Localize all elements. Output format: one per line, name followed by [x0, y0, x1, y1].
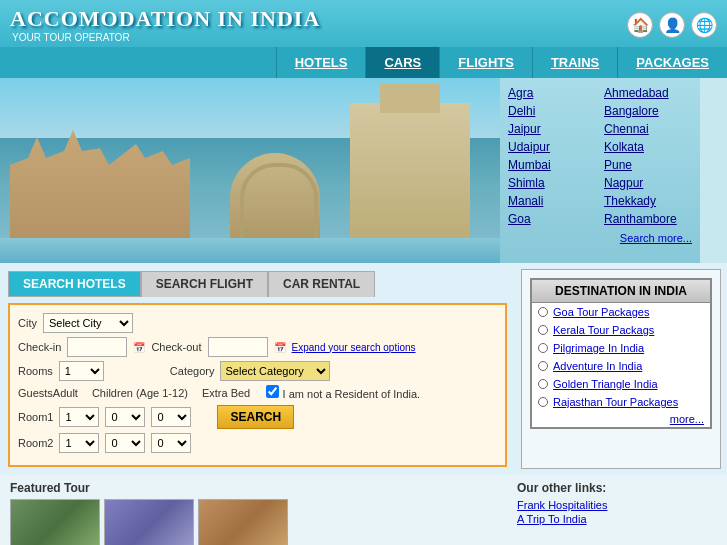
header-icons: 🏠 👤 🌐 — [627, 12, 717, 38]
radio-golden — [538, 379, 548, 389]
rooms-label: Rooms — [18, 365, 53, 377]
guests-row: GuestsAdult Children (Age 1-12) Extra Be… — [18, 385, 497, 401]
room2-extra[interactable]: 0 — [151, 433, 191, 453]
dest-golden-triangle[interactable]: Golden Triangle India — [532, 375, 710, 393]
radio-goa — [538, 307, 548, 317]
dest-goa[interactable]: Goa Tour Packages — [532, 303, 710, 321]
link-trip[interactable]: A Trip To India — [517, 513, 717, 525]
search-left: SEARCH HOTELS SEARCH FLIGHT CAR RENTAL C… — [0, 263, 515, 475]
dest-rajasthan[interactable]: Rajasthan Tour Packages — [532, 393, 710, 411]
cities-grid: Agra Ahmedabad Delhi Bangalore Jaipur Ch… — [508, 86, 692, 226]
nav-cars[interactable]: CARS — [365, 47, 439, 78]
checkout-cal-icon[interactable]: 📅 — [274, 342, 286, 353]
resident-checkbox[interactable] — [266, 385, 279, 398]
radio-rajasthan — [538, 397, 548, 407]
category-select[interactable]: Select Category — [220, 361, 330, 381]
room2-label: Room2 — [18, 437, 53, 449]
room2-adults[interactable]: 1 — [59, 433, 99, 453]
city-shimla[interactable]: Shimla — [508, 176, 596, 190]
tab-search-hotels[interactable]: SEARCH HOTELS — [8, 271, 141, 297]
checkin-label: Check-in — [18, 341, 61, 353]
city-manali[interactable]: Manali — [508, 194, 596, 208]
other-links-title: Our other links: — [517, 481, 717, 495]
tab-search-flight[interactable]: SEARCH FLIGHT — [141, 271, 268, 297]
dest-adventure[interactable]: Adventure In India — [532, 357, 710, 375]
dest-kerala[interactable]: Kerala Tour Packags — [532, 321, 710, 339]
city-agra[interactable]: Agra — [508, 86, 596, 100]
guests-adult-label: GuestsAdult — [18, 387, 78, 399]
destination-title: DESTINATION IN INDIA — [532, 280, 710, 303]
search-section: SEARCH HOTELS SEARCH FLIGHT CAR RENTAL C… — [0, 263, 727, 475]
city-ahmedabad[interactable]: Ahmedabad — [604, 86, 692, 100]
home-icon[interactable]: 🏠 — [627, 12, 653, 38]
nav-packages[interactable]: PACKAGES — [617, 47, 727, 78]
room1-adults[interactable]: 1 — [59, 407, 99, 427]
city-bangalore[interactable]: Bangalore — [604, 104, 692, 118]
expand-search-link[interactable]: Expand your search options — [292, 342, 416, 353]
city-row: City Select City — [18, 313, 497, 333]
city-chennai[interactable]: Chennai — [604, 122, 692, 136]
tagline: YOUR TOUR OPERATOR — [12, 32, 320, 43]
link-frank[interactable]: Frank Hospitalities — [517, 499, 717, 511]
city-mumbai[interactable]: Mumbai — [508, 158, 596, 172]
city-jaipur[interactable]: Jaipur — [508, 122, 596, 136]
checkout-label: Check-out — [151, 341, 201, 353]
nav-trains[interactable]: TRAINS — [532, 47, 617, 78]
room1-row: Room1 1 0 0 SEARCH — [18, 405, 497, 429]
rooms-select[interactable]: 123 — [59, 361, 104, 381]
destination-more-link[interactable]: more... — [532, 411, 710, 427]
extra-bed-label: Extra Bed — [202, 387, 250, 399]
checkin-input[interactable] — [67, 337, 127, 357]
main-section: Agra Ahmedabad Delhi Bangalore Jaipur Ch… — [0, 78, 727, 263]
destination-box: DESTINATION IN INDIA Goa Tour Packages K… — [521, 269, 721, 469]
featured-thumb-3 — [198, 499, 288, 545]
featured-thumb-2 — [104, 499, 194, 545]
room2-row: Room2 1 0 0 — [18, 433, 497, 453]
nav-hotels[interactable]: HOTELS — [276, 47, 366, 78]
radio-adventure — [538, 361, 548, 371]
city-pune[interactable]: Pune — [604, 158, 692, 172]
logo-text: ACCOMODATION IN INDIA — [10, 6, 320, 32]
search-tabs: SEARCH HOTELS SEARCH FLIGHT CAR RENTAL — [8, 271, 507, 297]
resident-label: I am not a Resident of India. — [283, 388, 421, 400]
user-icon[interactable]: 👤 — [659, 12, 685, 38]
featured-section: Featured Tour — [10, 481, 517, 545]
city-udaipur[interactable]: Udaipur — [508, 140, 596, 154]
search-more-link[interactable]: Search more... — [508, 232, 692, 244]
city-ranthambore[interactable]: Ranthambore — [604, 212, 692, 226]
room1-extra[interactable]: 0 — [151, 407, 191, 427]
category-label: Category — [170, 365, 215, 377]
city-goa[interactable]: Goa — [508, 212, 596, 226]
room1-label: Room1 — [18, 411, 53, 423]
search-button[interactable]: SEARCH — [217, 405, 294, 429]
children-label: Children (Age 1-12) — [92, 387, 188, 399]
city-kolkata[interactable]: Kolkata — [604, 140, 692, 154]
checkinout-row: Check-in 📅 Check-out 📅 Expand your searc… — [18, 337, 497, 357]
checkin-cal-icon[interactable]: 📅 — [133, 342, 145, 353]
logo-area: ACCOMODATION IN INDIA YOUR TOUR OPERATOR — [10, 6, 320, 43]
dest-pilgrimage[interactable]: Pilgrimage In India — [532, 339, 710, 357]
globe-icon[interactable]: 🌐 — [691, 12, 717, 38]
other-links-section: Our other links: Frank Hospitalities A T… — [517, 481, 717, 545]
featured-thumb-1 — [10, 499, 100, 545]
destination-panel: DESTINATION IN INDIA Goa Tour Packages K… — [530, 278, 712, 429]
checkout-input[interactable] — [208, 337, 268, 357]
featured-thumbnails — [10, 499, 517, 545]
room2-children[interactable]: 0 — [105, 433, 145, 453]
resident-row: I am not a Resident of India. — [266, 385, 420, 401]
featured-title: Featured Tour — [10, 481, 517, 495]
city-nagpur[interactable]: Nagpur — [604, 176, 692, 190]
radio-pilgrimage — [538, 343, 548, 353]
city-select[interactable]: Select City — [43, 313, 133, 333]
radio-kerala — [538, 325, 548, 335]
tab-car-rental[interactable]: CAR RENTAL — [268, 271, 375, 297]
bottom-section: Featured Tour Our other links: Frank Hos… — [0, 475, 727, 545]
nav-flights[interactable]: FLIGHTS — [439, 47, 532, 78]
cities-panel: Agra Ahmedabad Delhi Bangalore Jaipur Ch… — [500, 78, 700, 263]
search-form: City Select City Check-in 📅 Check-out 📅 … — [8, 303, 507, 467]
city-thekkady[interactable]: Thekkady — [604, 194, 692, 208]
city-delhi[interactable]: Delhi — [508, 104, 596, 118]
room1-children[interactable]: 0 — [105, 407, 145, 427]
city-label: City — [18, 317, 37, 329]
water — [0, 238, 500, 263]
